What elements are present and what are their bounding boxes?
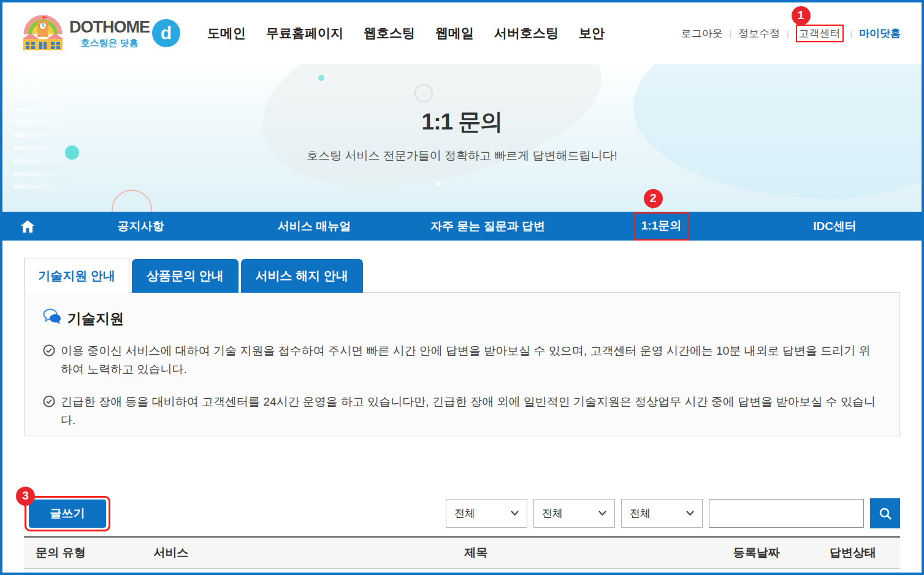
sub-nav: 공지사항 서비스 매뉴얼 자주 묻는 질문과 답변 1:1문의 2 IDC센터: [2, 212, 922, 241]
search-input[interactable]: [709, 499, 864, 528]
subnav-label: 공지사항: [118, 220, 164, 233]
customer-center-annotation: 고객센터 1: [796, 26, 844, 41]
chevron-down-icon: [686, 511, 694, 516]
search-button[interactable]: [870, 498, 900, 528]
dothome-logo[interactable]: DOTHOME 호스팅은 닷홈 d: [21, 12, 180, 54]
nav-item-domain[interactable]: 도메인: [207, 25, 246, 42]
home-icon[interactable]: [2, 220, 54, 233]
filter-select-service[interactable]: 전체: [533, 499, 615, 528]
nav-item-free-homepage[interactable]: 무료홈페이지: [266, 25, 343, 42]
logo-text: DOTHOME 호스팅은 닷홈: [69, 19, 150, 47]
tab-tech-support[interactable]: 기술지원 안내: [24, 258, 129, 293]
step-badge-3: 3: [16, 487, 35, 506]
filter-group: 전체 전체 전체: [446, 498, 900, 528]
column-status: 답변상태: [806, 545, 900, 561]
column-inquiry-type: 문의 유형: [24, 545, 97, 561]
logo-bubble-icon: d: [152, 19, 180, 47]
inquiry-table-header: 문의 유형 서비스 제목 등록날짜 답변상태: [24, 536, 900, 569]
decorative-ring: [414, 84, 433, 102]
list-toolbar: 글쓰기 3 전체 전체 전체: [24, 498, 900, 528]
main-content: 기술지원 안내 상품문의 안내 서비스 해지 안내 기술지원 이용: [2, 258, 922, 569]
logo-tagline: 호스팅은 닷홈: [69, 38, 150, 47]
hero-banner: 1:1 문의 호스팅 서비스 전문가들이 정확하고 빠르게 답변해드립니다!: [2, 64, 922, 212]
tech-support-info-box: 기술지원 이용 중이신 서비스에 대하여 기술 지원을 접수하여 주시면 빠른 …: [24, 292, 900, 436]
check-icon: [43, 344, 55, 357]
subnav-item-idc-center[interactable]: IDC센터: [748, 218, 922, 234]
main-nav: 도메인 무료홈페이지 웹호스팅 웹메일 서버호스팅 보안: [207, 25, 605, 42]
info-paragraph-text: 긴급한 장애 등을 대비하여 고객센터를 24시간 운영을 하고 있습니다만, …: [61, 393, 881, 430]
decorative-dot: [318, 75, 324, 81]
nav-item-webmail[interactable]: 웹메일: [435, 25, 474, 42]
chevron-down-icon: [598, 511, 606, 516]
logo-house-icon: [21, 12, 65, 54]
chat-icon: [43, 309, 61, 328]
separator: |: [787, 29, 788, 38]
search-icon: [879, 507, 892, 520]
step-badge-1: 1: [792, 6, 811, 25]
info-heading-row: 기술지원: [43, 309, 881, 328]
nav-item-web-hosting[interactable]: 웹호스팅: [364, 25, 415, 42]
check-icon: [43, 395, 55, 407]
tab-service-cancel[interactable]: 서비스 해지 안내: [241, 259, 363, 293]
filter-select-status[interactable]: 전체: [621, 499, 703, 528]
nav-item-security[interactable]: 보안: [579, 25, 605, 42]
column-title: 제목: [245, 545, 708, 561]
tab-product-inquiry[interactable]: 상품문의 안내: [132, 259, 239, 293]
info-paragraph: 이용 중이신 서비스에 대하여 기술 지원을 접수하여 주시면 빠른 시간 안에…: [43, 342, 881, 379]
info-heading: 기술지원: [67, 309, 124, 328]
logo-bubble-letter: d: [161, 23, 172, 44]
subnav-label: 서비스 매뉴얼: [278, 220, 351, 233]
filter-value: 전체: [630, 506, 651, 520]
column-service: 서비스: [97, 545, 245, 561]
header: DOTHOME 호스팅은 닷홈 d 도메인 무료홈페이지 웹호스팅 웹메일 서버…: [2, 2, 922, 64]
logout-link[interactable]: 로그아웃: [681, 26, 723, 41]
filter-value: 전체: [542, 506, 563, 520]
decorative-dot: [437, 182, 441, 186]
info-paragraph: 긴급한 장애 등을 대비하여 고객센터를 24시간 운영을 하고 있습니다만, …: [43, 393, 881, 430]
subnav-item-faq[interactable]: 자주 묻는 질문과 답변: [401, 218, 575, 234]
step-badge-2: 2: [644, 189, 663, 208]
write-annotation: 글쓰기 3: [29, 500, 106, 528]
my-dothome-link[interactable]: 마이닷홈: [859, 26, 901, 41]
separator: |: [730, 29, 731, 38]
subnav-item-notice[interactable]: 공지사항: [54, 218, 227, 234]
info-paragraph-text: 이용 중이신 서비스에 대하여 기술 지원을 접수하여 주시면 빠른 시간 안에…: [61, 342, 881, 379]
write-button[interactable]: 글쓰기: [29, 500, 106, 528]
subnav-label: IDC센터: [813, 220, 857, 233]
tab-bar: 기술지원 안내 상품문의 안내 서비스 해지 안내: [24, 258, 900, 293]
subnav-item-inquiry[interactable]: 1:1문의 2: [575, 212, 748, 241]
subnav-label: 자주 묻는 질문과 답변: [430, 220, 545, 233]
inquiry-annotation: 1:1문의 2: [634, 212, 689, 241]
subnav-item-service-manual[interactable]: 서비스 매뉴얼: [227, 218, 401, 234]
page-title: 1:1 문의: [2, 107, 922, 137]
separator: |: [850, 29, 852, 38]
nav-item-server-hosting[interactable]: 서버호스팅: [494, 25, 559, 42]
decorative-ring: [112, 190, 152, 212]
filter-select-type[interactable]: 전체: [446, 499, 527, 528]
page-subtitle: 호스팅 서비스 전문가들이 정확하고 빠르게 답변해드립니다!: [2, 148, 922, 164]
page: DOTHOME 호스팅은 닷홈 d 도메인 무료홈페이지 웹호스팅 웹메일 서버…: [0, 0, 924, 575]
logo-brand: DOTHOME: [69, 19, 150, 36]
subnav-label: 1:1문의: [634, 212, 689, 241]
chevron-down-icon: [511, 511, 519, 516]
utility-links: 로그아웃 | 정보수정 | 고객센터 1 | 마이닷홈: [681, 26, 901, 41]
edit-info-link[interactable]: 정보수정: [738, 26, 780, 41]
filter-value: 전체: [454, 506, 475, 520]
column-date: 등록날짜: [708, 545, 806, 561]
